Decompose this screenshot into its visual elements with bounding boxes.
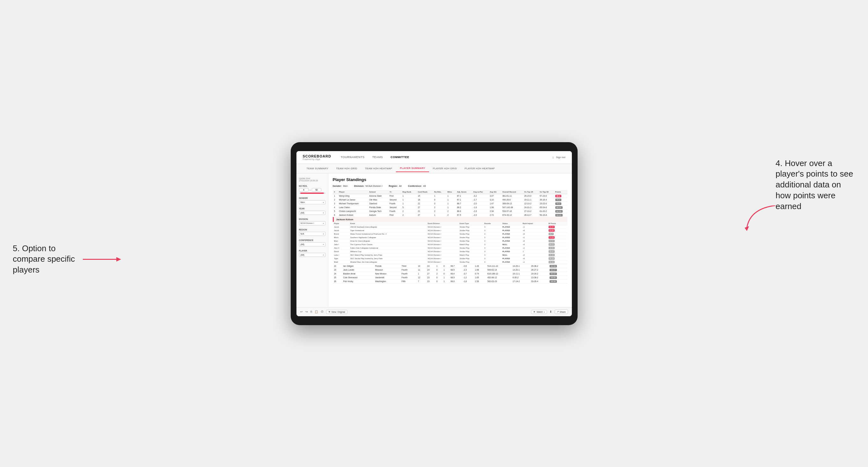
w-points-badge[interactable]: 73.33 <box>549 236 555 239</box>
year-select[interactable]: (All) <box>299 211 326 215</box>
sidebar: Update time: 27/01/2024 16:56:26 No Rds.… <box>297 174 328 307</box>
cell-avg-to-par: -3.2 <box>472 194 489 198</box>
timer-button[interactable]: ⏱ <box>321 310 323 313</box>
cell-conf-rank: 21 <box>416 209 433 213</box>
cell-vs-top25: 27-10-2 <box>523 209 538 213</box>
conference-section: Conference (All) <box>299 239 326 246</box>
table-row[interactable]: 25 Cole Sherwood Vanderbilt Fourth 12 23… <box>333 275 567 279</box>
share-button[interactable]: ↗ Share <box>555 310 568 314</box>
points-badge[interactable]: 70.2 <box>555 203 562 205</box>
filter-row: Gender: Men Division: NCAA Division I Re… <box>333 185 567 187</box>
points-badge[interactable]: 76.3 <box>555 198 562 201</box>
cell-adj-score: 68.7 <box>456 201 472 205</box>
cell-no-rds: 1 <box>433 213 446 217</box>
nav-teams[interactable]: TEAMS <box>372 155 383 159</box>
table-row[interactable]: 26 Petr Hruby Washington Fifth 7 23 0 1 … <box>333 279 567 283</box>
tablet-frame: SCOREBOARD Powered by clippi TOURNAMENTS… <box>291 142 578 325</box>
w-points-badge[interactable]: 53.60 <box>549 229 555 232</box>
points-badge[interactable]: 58.18 <box>555 214 563 216</box>
division-section: Division NCAA Division I <box>299 218 326 225</box>
cell-overall: 308-09-13 <box>501 201 523 205</box>
region-section: Region N/A <box>299 228 326 236</box>
division-select[interactable]: NCAA Division I <box>299 221 326 225</box>
expanded-col: Rank Impact <box>521 222 547 225</box>
cell-no-rds: 0 <box>433 198 446 201</box>
table-row[interactable]: 3 Michael Thorbjornsen Stanford Fourth 1… <box>333 201 567 205</box>
cell-points[interactable]: 60.49 <box>554 209 567 213</box>
table-row[interactable]: 2 Michael La Sasso Ole Miss Second 1 18 … <box>333 198 567 201</box>
tab-player-summary[interactable]: PLAYER SUMMARY <box>396 165 429 172</box>
cell-no-rds: 1 <box>433 194 446 198</box>
cell-avg-to-par: -2.0 <box>472 213 489 217</box>
cell-vs-top25: 29-15-0 <box>523 194 538 198</box>
col-school: School <box>368 190 388 194</box>
watch-button[interactable]: 👁 Watch <box>531 310 547 314</box>
standings-table: # Player School Yr Reg Rank Conf Rank No… <box>333 190 567 264</box>
points-badge[interactable]: 88.2 <box>555 195 562 197</box>
gender-select[interactable]: Men <box>299 200 326 204</box>
tab-player-h2h-heatmap[interactable]: PLAYER H2H HEATMAP <box>461 165 499 172</box>
cell-reg-rank: 1 <box>401 198 416 201</box>
cell-avg-sg: 1.98 <box>488 205 501 209</box>
copy-button[interactable]: ⎘ <box>310 310 312 313</box>
no-rds-max[interactable] <box>312 188 321 192</box>
cell-points[interactable]: 70.2 <box>554 201 567 205</box>
tab-team-h2h-grid[interactable]: TEAM H2H GRID <box>332 165 361 172</box>
table-row[interactable]: 1 Wenyi Ding Arizona State First 1 15 1 … <box>333 194 567 198</box>
points-badge[interactable]: 68.34 <box>555 206 563 209</box>
filter-conference: Conference: All <box>408 185 426 187</box>
points-badge[interactable]: 60.49 <box>555 210 563 213</box>
view-icon: 👁 <box>328 311 331 313</box>
cell-vs-top25: 12-10-2 <box>523 201 538 205</box>
table-row[interactable]: 23 Jack Lundin Missouri Fourth 11 24 0 1… <box>333 268 567 272</box>
cell-yr: First <box>388 213 401 217</box>
cell-points[interactable]: 58.18 <box>554 213 567 217</box>
sign-out-link[interactable]: Sign out <box>556 156 565 159</box>
no-rds-section: No Rds. - <box>299 185 326 194</box>
cell-yr: Fourth <box>388 201 401 205</box>
cell-player: Luke Claton <box>338 205 368 209</box>
cell-points[interactable]: 76.3 <box>554 198 567 201</box>
expanded-table-row: Marc Amer An Intercollegiate NCAA Divisi… <box>333 239 567 243</box>
top-nav-right: | Sign out <box>553 156 565 159</box>
points-badge[interactable]: 59.95 <box>550 276 557 279</box>
download-button[interactable]: ⬇ <box>550 310 552 313</box>
table-row[interactable]: 4 Luke Claton Florida State Second 5 27 … <box>333 205 567 209</box>
points-badge[interactable]: 60.27 <box>550 269 557 271</box>
cell-overall: 533-57-16 <box>501 209 523 213</box>
cell-overall: 674-33-12 <box>501 213 523 217</box>
view-original-button[interactable]: 👁 View: Original <box>326 310 347 314</box>
expanded-row: Jackson Kolson PlayerEventEvent Division… <box>333 217 567 264</box>
left-annotation: 5. Option to compare specific players <box>13 243 83 275</box>
cell-rank: 3 <box>333 201 338 205</box>
w-points-badge[interactable]: 30.64 <box>549 226 555 228</box>
update-time: Update time: 27/01/2024 16:56:26 <box>299 177 326 182</box>
region-select[interactable]: N/A <box>299 232 326 236</box>
table-row[interactable]: 24 Bastien Amat New Mexico Fourth 1 27 2… <box>333 272 567 275</box>
tab-team-h2h-heatmap[interactable]: TEAM H2H HEATMAP <box>361 165 396 172</box>
tab-player-h2h-grid[interactable]: PLAYER H2H GRID <box>429 165 461 172</box>
table-row[interactable]: 6 Jackson Kolson Auburn First 2 27 1 2 6… <box>333 213 567 217</box>
player-select[interactable]: (All) <box>299 253 326 257</box>
points-badge[interactable]: 60.58 <box>550 265 557 268</box>
nav-committee[interactable]: COMMITTEE <box>391 155 409 159</box>
points-badge[interactable]: 60.02 <box>550 273 557 275</box>
conference-select[interactable]: (All) <box>299 242 326 246</box>
points-badge[interactable]: 58.49 <box>550 280 557 283</box>
paste-button[interactable]: 📋 <box>315 310 318 313</box>
redo-button[interactable]: ↪ <box>305 310 308 313</box>
share-icon: ↗ <box>557 310 559 313</box>
no-rds-min[interactable] <box>299 188 309 192</box>
cell-points[interactable]: 68.34 <box>554 205 567 209</box>
cell-avg-sg: 3.07 <box>488 194 501 198</box>
tab-team-summary[interactable]: TEAM SUMMARY <box>303 165 333 172</box>
undo-button[interactable]: ↩ <box>300 310 303 313</box>
w-points-neutral: 66.40 <box>549 261 555 263</box>
cell-points[interactable]: 88.2 <box>554 194 567 198</box>
col-player: Player <box>338 190 368 194</box>
nav-tournaments[interactable]: TOURNAMENTS <box>341 155 365 159</box>
table-row[interactable]: 22 Ian Gilligan Florida Third 10 24 1 0 … <box>333 264 567 268</box>
expanded-col: Player <box>333 222 349 225</box>
cell-vs-top25: 28-12-7 <box>523 213 538 217</box>
table-row[interactable]: 5 Christo Lamprecht Georgia Tech Fourth … <box>333 209 567 213</box>
